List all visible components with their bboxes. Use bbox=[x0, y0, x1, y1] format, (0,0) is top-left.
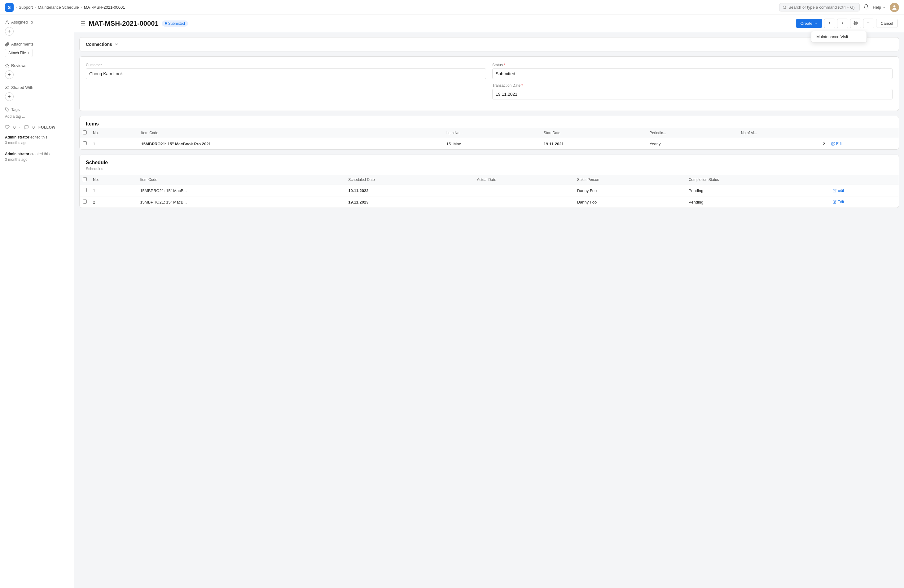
pencil-icon bbox=[833, 200, 836, 204]
items-table: No. Item Code Item Na... Start Date Peri… bbox=[80, 128, 899, 149]
activity-area: Administrator edited this 3 months ago A… bbox=[5, 134, 69, 162]
customer-value[interactable]: Chong Kam Look bbox=[86, 68, 486, 79]
connections-card: Connections bbox=[79, 37, 899, 51]
hamburger-button[interactable]: ☰ bbox=[81, 20, 85, 27]
schedule-row-1-completion-status: Pending bbox=[686, 196, 830, 208]
breadcrumb-current: MAT-MSH-2021-00001 bbox=[84, 5, 125, 9]
content-area: ☰ MAT-MSH-2021-00001 Submitted Create bbox=[74, 15, 904, 588]
schedule-table: No. Item Code Scheduled Date Actual Date… bbox=[80, 175, 899, 207]
svg-point-0 bbox=[783, 6, 786, 9]
schedule-row-1-edit-link[interactable]: Edit bbox=[833, 200, 896, 204]
items-select-all-checkbox[interactable] bbox=[83, 130, 87, 134]
schedule-row-1-item-code: 15MBPRO21: 15" MacB... bbox=[137, 196, 345, 208]
schedule-col-completion-status: Completion Status bbox=[686, 175, 830, 185]
activity-time-1: 3 months ago bbox=[5, 157, 69, 162]
comment-icon[interactable] bbox=[24, 125, 29, 130]
breadcrumb-area: S › Support › Maintenance Schedule › MAT… bbox=[5, 3, 125, 12]
items-col-periodic: Periodic... bbox=[646, 128, 738, 138]
schedule-col-sales-person: Sales Person bbox=[574, 175, 686, 185]
schedule-row-1-checkbox[interactable] bbox=[83, 199, 87, 204]
sidebar-tags-section: Tags Add a tag ... bbox=[5, 107, 69, 119]
items-row-item-code: 15MBPRO21: 15" MacBook Pro 2021 bbox=[138, 138, 443, 150]
breadcrumb-support[interactable]: Support bbox=[19, 5, 33, 9]
schedule-row-0-item-code: 15MBPRO21: 15" MacB... bbox=[137, 185, 345, 196]
attachments-label: Attachments bbox=[11, 42, 33, 46]
status-value[interactable]: Submitted bbox=[492, 68, 893, 79]
connections-title: Connections bbox=[86, 42, 112, 47]
activity-user-0: Administrator bbox=[5, 135, 29, 139]
items-table-header-row: No. Item Code Item Na... Start Date Peri… bbox=[80, 128, 899, 138]
transaction-date-label: Transaction Date * bbox=[492, 83, 893, 88]
assigned-to-label: Assigned To bbox=[11, 20, 33, 24]
schedule-row-1-scheduled-date: 19.11.2023 bbox=[345, 196, 474, 208]
attachments-title: Attachments bbox=[5, 42, 69, 46]
paperclip-icon bbox=[5, 42, 9, 46]
items-row-no: 1 bbox=[90, 138, 138, 150]
star-icon bbox=[5, 63, 9, 68]
tags-label: Tags bbox=[11, 107, 19, 112]
items-row-checkbox-cell bbox=[80, 138, 90, 150]
schedule-row-1-no: 2 bbox=[90, 196, 137, 208]
reviews-add-button[interactable]: + bbox=[5, 70, 14, 79]
items-row-edit-cell: Edit bbox=[828, 138, 899, 150]
schedule-row-1-edit-cell: Edit bbox=[830, 196, 899, 208]
schedule-select-all-checkbox[interactable] bbox=[83, 177, 87, 181]
schedule-row-0-checkbox[interactable] bbox=[83, 188, 87, 192]
follow-button[interactable]: FOLLOW bbox=[38, 125, 55, 130]
create-button[interactable]: Create bbox=[796, 19, 822, 28]
activity-item-1: Administrator created this 3 months ago bbox=[5, 151, 69, 162]
schedules-subtitle: Schedules bbox=[80, 167, 899, 175]
more-icon bbox=[866, 21, 871, 25]
transaction-date-value[interactable]: 19.11.2021 bbox=[492, 89, 893, 100]
search-input[interactable] bbox=[789, 5, 856, 9]
items-row-checkbox[interactable] bbox=[83, 141, 87, 145]
connections-header[interactable]: Connections bbox=[80, 38, 899, 51]
schedule-title: Schedule bbox=[80, 155, 899, 167]
heart-icon[interactable] bbox=[5, 125, 9, 130]
schedule-row-0-edit-link[interactable]: Edit bbox=[833, 188, 896, 193]
schedule-table-row-0: 1 15MBPRO21: 15" MacB... 19.11.2022 Dann… bbox=[80, 185, 899, 196]
schedule-col-actions bbox=[830, 175, 899, 185]
items-col-no-of-visits: No of Vi... bbox=[738, 128, 828, 138]
svg-point-3 bbox=[6, 21, 8, 22]
notifications-button[interactable] bbox=[863, 4, 869, 11]
activity-item-0: Administrator edited this 3 months ago bbox=[5, 134, 69, 145]
items-col-item-name: Item Na... bbox=[443, 128, 541, 138]
pencil-icon bbox=[831, 142, 835, 145]
schedule-row-1-actual-date bbox=[474, 196, 574, 208]
prev-button[interactable] bbox=[824, 19, 835, 28]
print-icon bbox=[853, 21, 858, 25]
app-logo: S bbox=[5, 3, 14, 12]
status-badge: Submitted bbox=[162, 21, 188, 27]
user-avatar[interactable] bbox=[890, 3, 899, 12]
attach-file-button[interactable]: Attach File + bbox=[5, 49, 33, 57]
users-icon bbox=[5, 85, 9, 90]
svg-point-2 bbox=[893, 5, 896, 8]
search-box[interactable] bbox=[779, 3, 860, 11]
next-button[interactable] bbox=[837, 19, 848, 28]
shared-with-label: Shared With bbox=[11, 85, 33, 90]
search-icon bbox=[782, 5, 787, 9]
maintenance-visit-option[interactable]: Maintenance Visit bbox=[811, 31, 866, 42]
assigned-to-add-button[interactable]: + bbox=[5, 27, 14, 36]
activity-action-1: created this bbox=[30, 152, 50, 156]
svg-line-1 bbox=[785, 8, 786, 9]
items-row-item-name: 15" Mac... bbox=[443, 138, 541, 150]
cancel-button[interactable]: Cancel bbox=[876, 19, 898, 28]
add-tag-link[interactable]: Add a tag ... bbox=[5, 114, 25, 119]
breadcrumb-maintenance-schedule[interactable]: Maintenance Schedule bbox=[38, 5, 79, 9]
items-row-edit-link[interactable]: Edit bbox=[831, 142, 896, 146]
schedule-col-item-code: Item Code bbox=[137, 175, 345, 185]
schedule-col-checkbox bbox=[80, 175, 90, 185]
form-card: Customer Chong Kam Look Status * Submitt… bbox=[79, 56, 899, 111]
sidebar-attachments-section: Attachments Attach File + bbox=[5, 42, 69, 57]
more-button[interactable] bbox=[863, 19, 874, 28]
chevron-right-icon bbox=[841, 21, 845, 25]
top-nav: S › Support › Maintenance Schedule › MAT… bbox=[0, 0, 904, 15]
help-button[interactable]: Help bbox=[873, 5, 886, 9]
tags-title: Tags bbox=[5, 107, 69, 112]
print-button[interactable] bbox=[850, 19, 861, 28]
top-nav-right: Help bbox=[779, 3, 899, 12]
pencil-icon bbox=[833, 189, 836, 192]
shared-with-add-button[interactable]: + bbox=[5, 92, 14, 101]
